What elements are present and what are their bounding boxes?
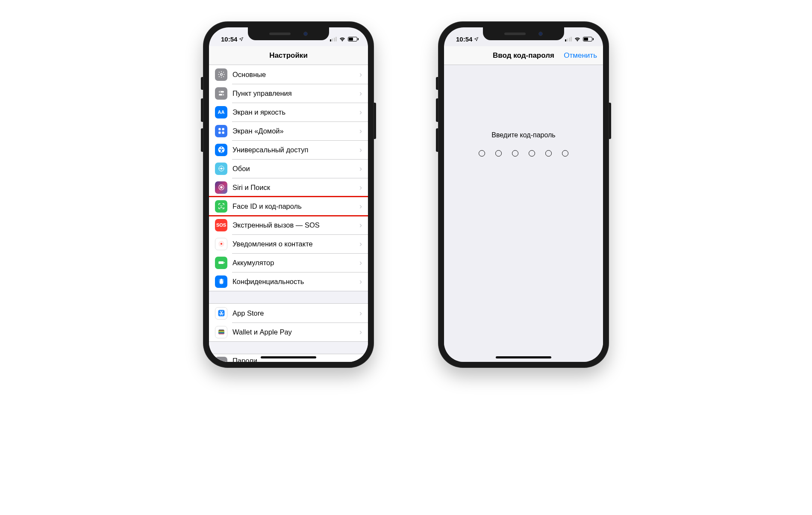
chevron-right-icon: › xyxy=(359,202,362,211)
row-label: Экран «Домой» xyxy=(232,127,359,135)
row-label: Уведомления о контакте xyxy=(232,240,359,248)
screen-passcode: 10:54 Ввод код-пароля Отменить xyxy=(444,27,603,362)
cellular-signal-icon xyxy=(565,37,572,41)
chevron-right-icon: › xyxy=(359,277,362,286)
settings-row-sos[interactable]: SOSЭкстренный вызов — SOS› xyxy=(209,216,368,234)
chevron-right-icon: › xyxy=(359,145,362,154)
svg-rect-6 xyxy=(222,128,224,130)
location-icon xyxy=(474,37,479,41)
chevron-right-icon: › xyxy=(359,221,362,230)
settings-row-battery[interactable]: Аккумулятор› xyxy=(209,253,368,272)
svg-point-10 xyxy=(221,147,222,148)
svg-point-4 xyxy=(222,94,223,95)
passcode-dot xyxy=(512,150,518,157)
chevron-right-icon: › xyxy=(359,183,362,192)
accessibility-icon xyxy=(215,144,227,156)
cancel-button[interactable]: Отменить xyxy=(564,51,597,60)
svg-line-28 xyxy=(222,241,223,243)
svg-rect-30 xyxy=(218,261,224,264)
settings-row-siri[interactable]: Siri и Поиск› xyxy=(209,178,368,197)
svg-point-15 xyxy=(220,205,221,206)
chevron-right-icon: › xyxy=(359,164,362,173)
chevron-right-icon: › xyxy=(359,328,362,337)
home-grid-icon xyxy=(215,125,227,137)
svg-rect-31 xyxy=(224,262,225,263)
row-label: Аккумулятор xyxy=(232,259,359,267)
row-label: App Store xyxy=(232,309,359,317)
passcode-dot xyxy=(495,150,502,157)
appstore-icon xyxy=(215,307,227,320)
phone-frame-left: 10:54 Настройки Основные›Пункт упра xyxy=(203,21,374,368)
passcode-dot xyxy=(545,150,552,157)
svg-line-22 xyxy=(220,245,221,246)
wallpaper-icon xyxy=(215,163,227,175)
svg-line-26 xyxy=(220,241,221,243)
row-label: Обои xyxy=(232,165,359,173)
row-label: Wallet и Apple Pay xyxy=(232,328,359,336)
home-indicator[interactable] xyxy=(496,356,551,358)
svg-point-0 xyxy=(220,74,222,76)
svg-rect-36 xyxy=(218,331,224,331)
battery-icon xyxy=(348,37,359,41)
svg-rect-39 xyxy=(218,334,224,334)
nav-bar: Ввод код-пароля Отменить xyxy=(444,46,603,65)
text-size-icon: AA xyxy=(215,106,227,118)
svg-line-29 xyxy=(223,243,224,243)
settings-list[interactable]: Основные›Пункт управления›AAЭкран и ярко… xyxy=(209,65,368,362)
settings-row-gear[interactable]: Основные› xyxy=(209,65,368,84)
chevron-right-icon: › xyxy=(359,127,362,136)
nav-bar: Настройки xyxy=(209,46,368,65)
gear-icon xyxy=(215,68,227,81)
chevron-right-icon: › xyxy=(359,70,362,79)
home-indicator[interactable] xyxy=(261,356,316,358)
phone-frame-right: 10:54 Ввод код-пароля Отменить xyxy=(438,21,609,368)
wallet-icon xyxy=(215,326,227,338)
settings-row-exposure[interactable]: Уведомления о контакте› xyxy=(209,234,368,253)
exposure-icon xyxy=(215,238,227,250)
svg-point-14 xyxy=(220,186,223,189)
battery-icon xyxy=(583,37,594,41)
status-time: 10:54 xyxy=(221,36,237,43)
wifi-icon xyxy=(574,36,581,41)
settings-row-wallpaper[interactable]: Обои› xyxy=(209,159,368,178)
chevron-right-icon: › xyxy=(359,89,362,98)
siri-icon xyxy=(215,181,227,194)
svg-line-20 xyxy=(222,245,223,246)
location-icon xyxy=(239,37,244,41)
chevron-right-icon: › xyxy=(359,258,362,267)
wifi-icon xyxy=(339,36,346,41)
row-label: Экстренный вызов — SOS xyxy=(232,221,359,229)
row-label: Пункт управления xyxy=(232,89,359,98)
svg-point-16 xyxy=(222,205,223,206)
settings-row-faceid[interactable]: Face ID и код-пароль› xyxy=(209,197,368,216)
chevron-right-icon: › xyxy=(359,240,362,249)
svg-rect-7 xyxy=(218,132,221,134)
chevron-right-icon: › xyxy=(359,309,362,318)
faceid-icon xyxy=(215,200,227,213)
settings-row-appstore[interactable]: App Store› xyxy=(209,304,368,323)
settings-row-toggles[interactable]: Пункт управления› xyxy=(209,84,368,103)
chevron-right-icon: › xyxy=(359,357,362,362)
row-label: Face ID и код-пароль xyxy=(232,202,359,210)
passcode-prompt: Введите код-пароль xyxy=(491,131,555,139)
sos-icon: SOS xyxy=(215,219,227,231)
svg-point-3 xyxy=(219,91,221,92)
svg-rect-38 xyxy=(218,333,224,334)
privacy-icon xyxy=(215,275,227,288)
settings-row-privacy[interactable]: Конфиденциальность› xyxy=(209,272,368,291)
settings-row-text-size[interactable]: AAЭкран и яркость› xyxy=(209,103,368,121)
battery-icon xyxy=(215,257,227,269)
key-icon xyxy=(215,357,227,362)
settings-row-home-grid[interactable]: Экран «Домой»› xyxy=(209,121,368,140)
svg-rect-37 xyxy=(218,331,224,332)
settings-row-accessibility[interactable]: Универсальный доступ› xyxy=(209,140,368,159)
passcode-dot xyxy=(529,150,535,157)
settings-row-wallet[interactable]: Wallet и Apple Pay› xyxy=(209,323,368,341)
row-label: Экран и яркость xyxy=(232,108,359,116)
row-label: Основные xyxy=(232,71,359,79)
svg-point-17 xyxy=(220,243,222,245)
chevron-right-icon: › xyxy=(359,108,362,117)
page-title: Настройки xyxy=(269,51,308,60)
svg-line-25 xyxy=(219,243,220,243)
passcode-dots[interactable] xyxy=(479,150,568,157)
